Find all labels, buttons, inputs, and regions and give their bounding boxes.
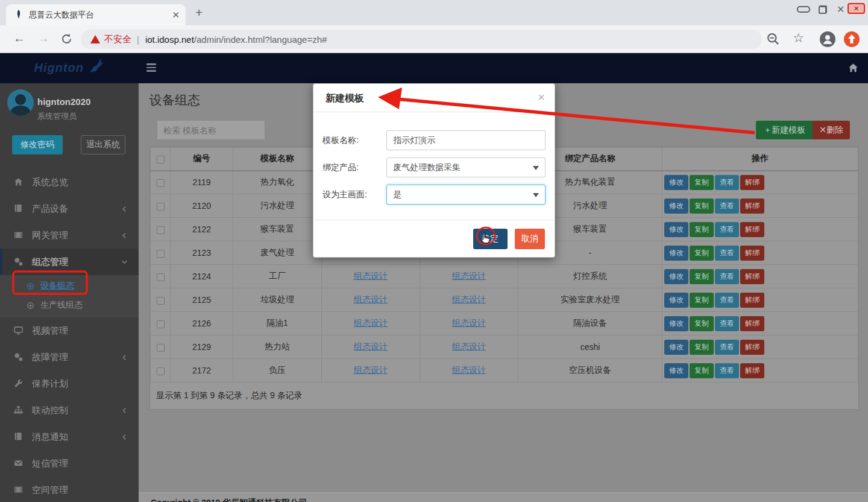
copy-button[interactable]: 复制 [690, 340, 714, 355]
forward-icon[interactable]: → [37, 31, 49, 45]
unbind-button[interactable]: 解绑 [740, 293, 764, 308]
tab-close-icon[interactable]: ✕ [172, 10, 180, 21]
edit-button[interactable]: 修改 [664, 246, 688, 261]
config-design-link[interactable]: 组态设计 [452, 271, 486, 281]
config-design-link[interactable]: 组态设计 [452, 365, 486, 375]
config-design-link[interactable]: 组态设计 [452, 318, 486, 328]
sidebar-item-video-mgmt[interactable]: 视频管理 [0, 317, 139, 344]
edit-button[interactable]: 修改 [664, 269, 688, 284]
sidebar-item-system-overview[interactable]: 系统总览 [0, 169, 139, 195]
app-navbar: Hignton [0, 53, 868, 83]
copy-button[interactable]: 复制 [690, 175, 714, 190]
sidebar-item-label: 系统总览 [32, 177, 68, 188]
sidebar-item-device-config[interactable]: 设备组态 [0, 276, 139, 296]
view-button[interactable]: 查看 [715, 316, 739, 331]
sidebar-item-product-device[interactable]: 产品设备 [0, 195, 139, 222]
unbind-button[interactable]: 解绑 [740, 316, 764, 331]
view-button[interactable]: 查看 [715, 340, 739, 355]
select-all-checkbox[interactable] [157, 156, 165, 164]
menu-toggle-icon[interactable] [146, 63, 156, 74]
edit-button[interactable]: 修改 [664, 316, 688, 331]
view-button[interactable]: 查看 [715, 293, 739, 308]
logout-button[interactable]: 退出系统 [81, 135, 125, 154]
bookmark-star-icon[interactable]: ☆ [793, 30, 804, 46]
extension-up-icon[interactable] [844, 31, 860, 48]
sidebar-item-message-notify[interactable]: 消息通知 [0, 424, 139, 450]
copy-button[interactable]: 复制 [690, 246, 714, 261]
edit-button[interactable]: 修改 [664, 199, 688, 214]
sidebar-item-config-mgmt[interactable]: 组态管理 [0, 249, 139, 275]
envelope-icon [14, 459, 24, 468]
restore-icon[interactable] [819, 5, 827, 14]
config-design-link[interactable]: 组态设计 [452, 342, 486, 351]
view-button[interactable]: 查看 [715, 175, 739, 190]
row-checkbox[interactable] [157, 273, 165, 281]
config-design-link[interactable]: 组态设计 [354, 342, 388, 351]
row-checkbox[interactable] [157, 367, 165, 375]
home-icon[interactable] [848, 63, 858, 73]
search-input[interactable] [157, 120, 265, 140]
unbind-button[interactable]: 解绑 [740, 340, 764, 355]
modal-close-icon[interactable]: × [538, 91, 545, 104]
bind-product-select[interactable]: 废气处理数据采集 [386, 157, 546, 177]
unbind-button[interactable]: 解绑 [740, 363, 764, 378]
sidebar-item-production-line-config[interactable]: 生产线组态 [0, 296, 139, 315]
copy-button[interactable]: 复制 [690, 316, 714, 331]
new-tab-button[interactable]: + [195, 7, 203, 19]
row-checkbox[interactable] [157, 344, 165, 352]
unbind-button[interactable]: 解绑 [740, 222, 764, 237]
config-design-link[interactable]: 组态设计 [354, 365, 388, 375]
copy-button[interactable]: 复制 [690, 222, 714, 237]
profile-avatar-icon[interactable] [820, 31, 835, 48]
sidebar-item-gateway-mgmt[interactable]: 网关管理 [0, 222, 139, 249]
reload-icon[interactable] [61, 33, 72, 45]
change-password-button[interactable]: 修改密码 [12, 135, 63, 154]
sidebar-item-linkage-control[interactable]: 联动控制 [0, 397, 139, 424]
main-screen-select[interactable]: 是 [386, 185, 546, 205]
edit-button[interactable]: 修改 [664, 175, 688, 190]
minimize-icon[interactable] [797, 6, 810, 13]
edit-button[interactable]: 修改 [664, 340, 688, 355]
browser-tab[interactable]: 思普云大数据平台 ✕ [6, 4, 186, 25]
delete-button[interactable]: ✕删除 [813, 121, 850, 139]
view-button[interactable]: 查看 [715, 246, 739, 261]
row-id: 2125 [171, 288, 233, 312]
row-checkbox[interactable] [157, 297, 165, 305]
view-button[interactable]: 查看 [715, 269, 739, 284]
unbind-button[interactable]: 解绑 [740, 269, 764, 284]
unbind-button[interactable]: 解绑 [740, 199, 764, 214]
row-checkbox[interactable] [157, 179, 165, 187]
config-design-link[interactable]: 组态设计 [354, 294, 388, 304]
close-window-icon[interactable]: ✕ [837, 4, 844, 15]
sidebar-item-sms-mgmt[interactable]: 短信管理 [0, 450, 139, 477]
unbind-button[interactable]: 解绑 [740, 246, 764, 261]
row-checkbox[interactable] [157, 320, 165, 328]
ok-button[interactable]: 确定 [473, 229, 508, 249]
view-button[interactable]: 查看 [715, 363, 739, 378]
row-checkbox[interactable] [157, 250, 165, 258]
sidebar-item-space-mgmt[interactable]: 空间管理 [0, 477, 139, 502]
url-bar[interactable]: 不安全 | iot.idosp.net /admin/index.html?la… [81, 30, 762, 49]
cancel-button[interactable]: 取消 [515, 229, 545, 249]
edit-button[interactable]: 修改 [664, 222, 688, 237]
row-checkbox[interactable] [157, 226, 165, 234]
sidebar-item-fault-mgmt[interactable]: 故障管理 [0, 344, 139, 370]
template-name-field[interactable] [386, 130, 546, 150]
copy-button[interactable]: 复制 [690, 269, 714, 284]
copy-button[interactable]: 复制 [690, 293, 714, 308]
back-icon[interactable]: ← [13, 31, 25, 45]
edit-button[interactable]: 修改 [664, 363, 688, 378]
config-design-link[interactable]: 组态设计 [354, 271, 388, 281]
view-button[interactable]: 查看 [715, 199, 739, 214]
add-template-button[interactable]: ＋新建模板 [756, 121, 813, 139]
edit-button[interactable]: 修改 [664, 293, 688, 308]
row-checkbox[interactable] [157, 203, 165, 211]
unbind-button[interactable]: 解绑 [740, 175, 764, 190]
copy-button[interactable]: 复制 [690, 363, 714, 378]
sidebar-item-maintenance-plan[interactable]: 保养计划 [0, 370, 139, 397]
config-design-link[interactable]: 组态设计 [354, 318, 388, 328]
config-design-link[interactable]: 组态设计 [452, 294, 486, 304]
view-button[interactable]: 查看 [715, 222, 739, 237]
copy-button[interactable]: 复制 [690, 199, 714, 214]
zoom-out-icon[interactable] [767, 31, 780, 48]
